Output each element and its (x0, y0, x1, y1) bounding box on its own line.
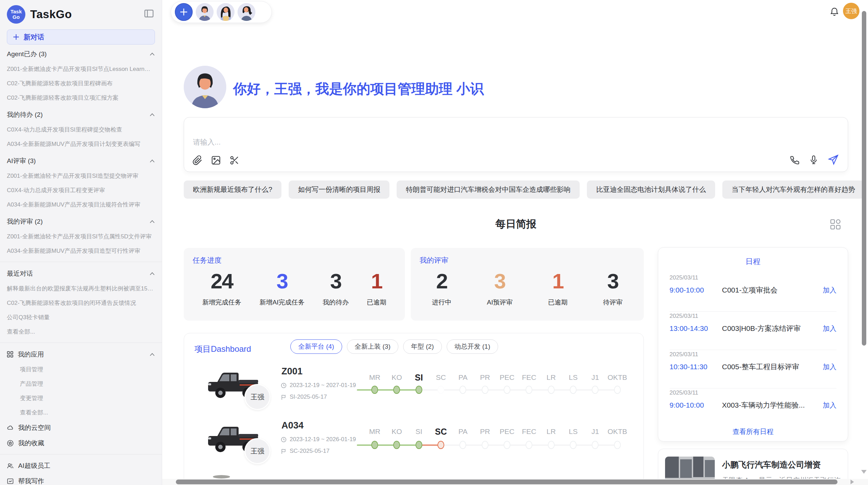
join-button[interactable]: 加入 (823, 324, 836, 333)
list-item[interactable]: A034-全新新能源MUV产品开发项目计划变更表编写 (7, 137, 155, 151)
chevron-up-icon[interactable] (149, 353, 155, 356)
milestone-dots (364, 386, 628, 394)
notifications-bell-icon[interactable] (830, 7, 839, 16)
milestone-label: PA (452, 426, 474, 437)
vertical-scrollbar-thumb[interactable] (862, 11, 866, 346)
composer-right-tools (790, 154, 839, 165)
send-icon[interactable] (828, 154, 839, 165)
scroll-right-arrow[interactable] (851, 480, 854, 484)
agent-avatar-1[interactable] (196, 3, 214, 21)
sidebar-item-help-write[interactable]: 帮我写作 (7, 473, 155, 485)
clock-icon (281, 437, 287, 443)
scroll-down-arrow[interactable] (861, 470, 867, 474)
list-item[interactable]: Z001-全新燃油皮卡产品开发项目SI节点Lesson Learn报告 (7, 62, 155, 76)
filter-new-platform[interactable]: 全新平台 (4) (290, 339, 342, 354)
horizontal-scrollbar-thumb[interactable] (176, 480, 837, 484)
user-initials: 王强 (845, 7, 857, 15)
event-time: 10:30-11:30 (670, 363, 722, 371)
list-item[interactable]: A034-全新新能源MUV产品开发项目造型可行性评审 (7, 244, 155, 258)
project-code: A034 (281, 420, 304, 431)
stat-label: AI预评审 (487, 298, 513, 307)
list-item[interactable]: C02-飞腾新能源轻客改款项目的闭环通告反馈情况 (7, 296, 155, 310)
microphone-icon[interactable] (809, 155, 819, 165)
join-button[interactable]: 加入 (823, 286, 836, 295)
filter-new-body[interactable]: 全新上装 (3) (347, 339, 399, 354)
milestone-labels: MRKOSISCPAPRPECFECLRLSJ1OKTB (364, 372, 628, 383)
new-chat-button[interactable]: 新对话 (7, 29, 155, 45)
horizontal-scrollbar[interactable] (162, 479, 868, 485)
chevron-up-icon[interactable] (149, 220, 155, 223)
section-ai-review[interactable]: AI评审 (3) (7, 153, 155, 169)
stat-value: 24 (211, 269, 233, 293)
chat-input[interactable] (193, 138, 707, 146)
milestone-dots (364, 441, 628, 449)
section-my-review[interactable]: 我的评审 (2) (7, 213, 155, 229)
image-icon[interactable] (211, 155, 221, 165)
section-my-todo[interactable]: 我的待办 (2) (7, 107, 155, 123)
milestone-label: KO (386, 426, 408, 437)
list-item[interactable]: Z001-全新燃油轻卡产品开发项目SI造型提交物评审 (7, 169, 155, 183)
list-item[interactable]: C0X4-动力总成开发项目SI里程碑提交物检查 (7, 123, 155, 137)
filter-model-year[interactable]: 年型 (2) (403, 339, 442, 354)
cloud-icon (7, 424, 14, 431)
suggestion-chip[interactable]: 当下年轻人对汽车外观有怎样的喜好趋势 (722, 181, 864, 199)
sidebar-item-change-mgmt[interactable]: 变更管理 (7, 391, 155, 406)
milestone-dot (496, 441, 518, 449)
milestone-label: PEC (496, 372, 518, 383)
chevron-up-icon[interactable] (149, 159, 155, 163)
join-button[interactable]: 加入 (823, 362, 836, 372)
view-all-chats-link[interactable]: 查看全部... (7, 325, 155, 339)
layout-grid-icon[interactable] (830, 219, 841, 230)
section-recent-chats[interactable]: 最近对话 (7, 265, 155, 282)
suggestion-chip[interactable]: 欧洲新规最近颁布了什么? (184, 181, 281, 199)
suggestion-chip[interactable]: 特朗普可能对进口汽车增税会对中国车企造成哪些影响 (397, 181, 580, 199)
list-item[interactable]: C02-飞腾新能源轻客改款项目里程碑画布 (7, 76, 155, 91)
attachment-icon[interactable] (192, 155, 203, 165)
user-avatar[interactable]: 王强 (843, 3, 859, 19)
schedule-event: 2025/03/11 13:00-14:30 C003|H0B-方案冻结评审 加… (670, 313, 836, 333)
list-item[interactable]: 解释最新出台的欧盟报废车法规再生塑料比例被调至15%... (7, 282, 155, 296)
collapse-sidebar-icon[interactable] (144, 10, 154, 17)
join-button[interactable]: 加入 (823, 401, 836, 410)
project-owner-avatar: 王强 (244, 384, 270, 410)
agent-avatar-3[interactable] (238, 3, 255, 21)
milestone-label: PEC (496, 426, 518, 437)
list-item[interactable]: C0X4-动力总成开发项目工程变更评审 (7, 183, 155, 198)
add-agent-button[interactable] (175, 3, 193, 21)
event-time: 13:00-14:30 (670, 324, 722, 333)
scissors-icon[interactable] (229, 155, 240, 165)
suggestion-chip[interactable]: 比亚迪全固态电池计划具体说了什么 (587, 181, 715, 199)
writing-icon (7, 478, 14, 485)
list-item[interactable]: C02-飞腾新能源轻客改款项目立项汇报方案 (7, 91, 155, 105)
chevron-up-icon[interactable] (149, 113, 155, 116)
suggestion-chip[interactable]: 如何写一份清晰的项目周报 (289, 181, 389, 199)
section-my-apps[interactable]: 我的应用 (7, 346, 155, 362)
chevron-up-icon[interactable] (149, 272, 155, 275)
divider (0, 454, 162, 455)
sidebar-item-cloud-space[interactable]: 我的云空间 (7, 420, 155, 435)
chat-composer (184, 117, 848, 172)
list-item[interactable]: 公司Q3轻卡销量 (7, 310, 155, 325)
chevron-up-icon[interactable] (149, 52, 155, 56)
phone-call-icon[interactable] (790, 155, 800, 165)
milestone-label: LS (562, 372, 584, 383)
filter-powertrain[interactable]: 动总开发 (1) (447, 339, 498, 354)
section-agent-done[interactable]: Agent已办 (3) (7, 46, 155, 62)
view-all-schedule-link[interactable]: 查看所有日程 (658, 427, 848, 436)
sidebar-item-project-mgmt[interactable]: 项目管理 (7, 362, 155, 377)
clock-icon (281, 383, 287, 388)
sidebar-item-ai-employee[interactable]: AI超级员工 (7, 458, 155, 473)
divider (670, 311, 836, 312)
agent-avatar-2[interactable] (217, 3, 234, 21)
list-item[interactable]: A034-全新新能源MUV产品开发项目法规符合性评审 (7, 198, 155, 212)
milestone-labels: MRKOSISCPAPRPECFECLRLSJ1OKTB (364, 426, 628, 437)
sidebar-item-label: 我的云空间 (18, 423, 51, 432)
list-item[interactable]: Z001-全新燃油轻卡产品开发项目SI节点属性5D文件评审 (7, 229, 155, 244)
sidebar-item-favorites[interactable]: 我的收藏 (7, 435, 155, 451)
stat-value: 3 (607, 269, 618, 293)
sidebar-item-product-mgmt[interactable]: 产品管理 (7, 377, 155, 391)
stat-label: 待评审 (603, 298, 623, 307)
view-all-apps-link[interactable]: 查看全部... (7, 406, 155, 420)
task-progress-card: 任务进度 24新增完成任务 3新增AI完成任务 3我的待办 1已逾期 (184, 248, 405, 321)
project-date-range: 2023-12-19 ~ 2027-01-19 (281, 382, 356, 389)
